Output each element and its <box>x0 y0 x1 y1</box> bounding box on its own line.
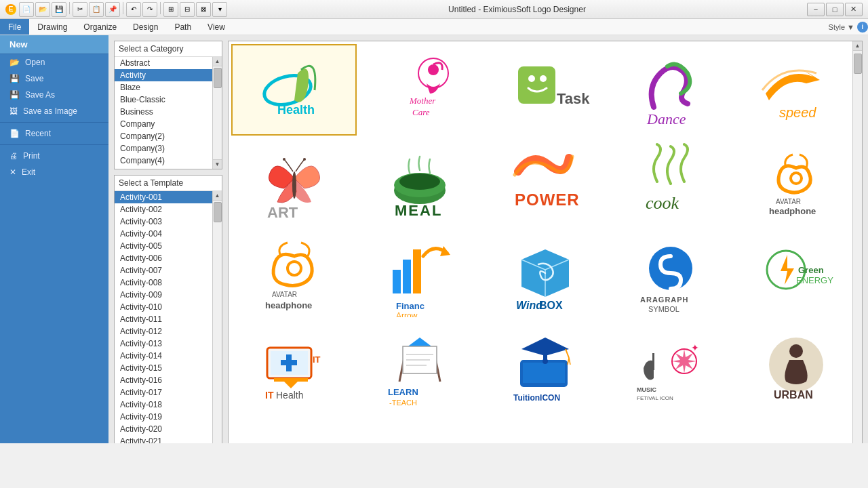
list-item-activity[interactable]: Activity <box>115 69 212 81</box>
left-panel-open[interactable]: 📂 Open <box>0 54 108 70</box>
logo-cell-task[interactable]: Task <box>482 44 608 136</box>
logo-cell-avatar-headphone-bottom[interactable]: AVATAR headphone <box>231 227 357 319</box>
logo-cell-speed[interactable]: speed <box>734 44 859 136</box>
template-item-002[interactable]: Activity-002 <box>115 203 212 216</box>
logo-cell-cook[interactable]: cook <box>608 136 734 227</box>
image-icon: 🖼 <box>9 106 18 116</box>
template-item-012[interactable]: Activity-012 <box>115 325 212 338</box>
toolbar-cut[interactable]: ✂ <box>73 2 87 17</box>
category-list[interactable]: Abstract Activity Blaze Blue-Classic Bus… <box>115 56 222 169</box>
grid-scroll-thumb[interactable] <box>854 54 862 74</box>
save-as-icon: 💾 <box>9 90 20 100</box>
left-panel-recent[interactable]: 📄 Recent <box>0 125 108 142</box>
template-item-001[interactable]: Activity-001 <box>115 191 212 203</box>
toolbar-redo[interactable]: ↷ <box>142 2 157 17</box>
template-item-011[interactable]: Activity-011 <box>115 313 212 325</box>
left-panel-new[interactable]: New <box>0 35 108 54</box>
menu-view[interactable]: View <box>199 19 233 35</box>
close-button[interactable]: ✕ <box>845 3 863 16</box>
template-item-009[interactable]: Activity-009 <box>115 289 212 301</box>
left-panel-save-as[interactable]: 💾 Save As <box>0 87 108 103</box>
left-panel-print[interactable]: 🖨 Print <box>0 148 108 164</box>
menu-drawing[interactable]: Drawing <box>29 19 75 35</box>
list-item-company3[interactable]: Company(3) <box>115 142 212 155</box>
logo-cell-music-festival[interactable]: ✦ MUSIC FETIVAL ICON <box>608 319 734 410</box>
template-item-020[interactable]: Activity-020 <box>115 423 212 435</box>
template-item-007[interactable]: Activity-007 <box>115 264 212 277</box>
svg-text:ART: ART <box>267 204 298 221</box>
category-scrollbar[interactable]: ▲ ▼ <box>212 57 222 169</box>
template-item-021[interactable]: Activity-021 <box>115 435 212 443</box>
toolbar-open[interactable]: 📂 <box>35 2 50 17</box>
template-item-015[interactable]: Activity-015 <box>115 362 212 374</box>
style-label[interactable]: Style ▼ i <box>829 19 868 35</box>
logo-cell-dance[interactable]: Dance <box>608 44 734 136</box>
menu-bar: File Drawing Organize Design Path View S… <box>0 19 868 35</box>
template-list[interactable]: Activity-001 Activity-002 Activity-003 A… <box>115 190 222 443</box>
grid-scrollbar[interactable]: ▲ ▼ <box>852 41 862 443</box>
list-item-blaze[interactable]: Blaze <box>115 81 212 94</box>
list-item-company[interactable]: Company <box>115 118 212 130</box>
template-item-018[interactable]: Activity-018 <box>115 399 212 411</box>
template-item-004[interactable]: Activity-004 <box>115 228 212 240</box>
list-item-abstract[interactable]: Abstract <box>115 57 212 69</box>
logo-cell-meal[interactable]: MEAL <box>357 136 482 227</box>
list-item-company4[interactable]: Company(4) <box>115 155 212 167</box>
toolbar-extra3[interactable]: ⊠ <box>196 2 211 17</box>
menu-file[interactable]: File <box>0 19 29 35</box>
toolbar-new[interactable]: 📄 <box>19 2 34 17</box>
template-scroll-up[interactable]: ▲ <box>213 191 222 201</box>
logo-cell-windbox[interactable]: Wind BOX <box>482 227 608 319</box>
menu-design[interactable]: Design <box>125 19 166 35</box>
template-item-013[interactable]: Activity-013 <box>115 338 212 350</box>
logo-cell-avatar-headphone-top[interactable]: AVATAR headphone <box>734 136 859 227</box>
info-button[interactable]: i <box>857 22 868 33</box>
scroll-thumb[interactable] <box>214 68 222 88</box>
template-item-014[interactable]: Activity-014 <box>115 350 212 362</box>
maximize-button[interactable]: □ <box>826 3 844 16</box>
logo-cell-green-energy[interactable]: Green ENERGY <box>734 227 859 319</box>
template-item-016[interactable]: Activity-016 <box>115 374 212 386</box>
toolbar-extra1[interactable]: ⊞ <box>163 2 178 17</box>
toolbar-dropdown[interactable]: ▾ <box>212 2 227 17</box>
template-item-017[interactable]: Activity-017 <box>115 386 212 399</box>
menu-organize[interactable]: Organize <box>75 19 125 35</box>
grid-scroll-up[interactable]: ▲ <box>853 41 863 51</box>
svg-text:LEARN: LEARN <box>388 387 418 397</box>
logo-cell-urban[interactable]: URBAN <box>734 319 859 410</box>
logo-cell-tuition-icon[interactable]: TuitionICON <box>482 319 608 410</box>
svg-text:✦: ✦ <box>691 342 699 353</box>
logo-cell-art[interactable]: ART <box>231 136 357 227</box>
list-item-business[interactable]: Business <box>115 106 212 118</box>
scroll-up-arrow[interactable]: ▲ <box>213 57 222 66</box>
template-item-005[interactable]: Activity-005 <box>115 240 212 252</box>
template-item-003[interactable]: Activity-003 <box>115 216 212 228</box>
logo-cell-finance-arrow[interactable]: Financ Arrow <box>357 227 482 319</box>
list-item-design[interactable]: Design <box>115 167 212 169</box>
template-scroll-thumb[interactable] <box>214 202 222 222</box>
minimize-button[interactable]: − <box>807 3 825 16</box>
toolbar-extra2[interactable]: ⊟ <box>180 2 195 17</box>
menu-path[interactable]: Path <box>166 19 199 35</box>
list-item-company2[interactable]: Company(2) <box>115 130 212 142</box>
toolbar-paste[interactable]: 📌 <box>105 2 120 17</box>
logo-cell-aragraph[interactable]: ARAGRAPH SYMBOL <box>608 227 734 319</box>
toolbar-save[interactable]: 💾 <box>52 2 66 17</box>
list-item-blue-classic[interactable]: Blue-Classic <box>115 94 212 106</box>
logo-cell-health[interactable]: Health <box>231 44 357 136</box>
logo-cell-learn-teach[interactable]: LEARN -TEACH <box>357 319 482 410</box>
logo-cell-ithealth[interactable]: IT IT Health <box>231 319 357 410</box>
template-item-008[interactable]: Activity-008 <box>115 277 212 289</box>
logo-cell-power[interactable]: POWER <box>482 136 608 227</box>
template-item-006[interactable]: Activity-006 <box>115 252 212 264</box>
toolbar-copy[interactable]: 📋 <box>89 2 104 17</box>
template-item-010[interactable]: Activity-010 <box>115 301 212 313</box>
scroll-down-arrow[interactable]: ▼ <box>213 159 222 169</box>
logo-cell-mothercare[interactable]: Mother Care <box>357 44 482 136</box>
left-panel-exit[interactable]: ✕ Exit <box>0 164 108 180</box>
toolbar-undo[interactable]: ↶ <box>126 2 141 17</box>
template-scrollbar[interactable]: ▲ ▼ <box>212 191 222 443</box>
left-panel-save[interactable]: 💾 Save <box>0 70 108 87</box>
template-item-019[interactable]: Activity-019 <box>115 411 212 423</box>
left-panel-save-image[interactable]: 🖼 Save as Image <box>0 103 108 119</box>
